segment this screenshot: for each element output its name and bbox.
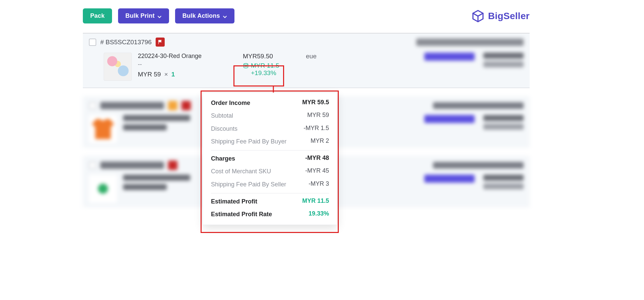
pack-label: Pack: [90, 12, 105, 19]
order-checkbox[interactable]: [89, 162, 96, 169]
flag-icon[interactable]: [156, 38, 165, 47]
discounts-label: Discounts: [211, 125, 237, 133]
est-profit-value: MYR 11.5: [302, 197, 329, 205]
brand-logo: BigSeller: [471, 9, 530, 23]
amount-column: MYR59.50 MYR 11.5 +19.33%: [243, 53, 300, 81]
charges-label: Charges: [211, 155, 235, 163]
income-label: Order Income: [211, 99, 250, 107]
order-right-meta: [424, 53, 524, 81]
chevron-down-icon: [223, 14, 227, 18]
bulk-actions-label: Bulk Actions: [182, 12, 220, 19]
header-meta: [416, 39, 524, 46]
bulk-print-button[interactable]: Bulk Print: [118, 8, 169, 23]
ship-buyer-value: MYR 2: [311, 137, 329, 145]
subtotal-label: Subtotal: [211, 112, 233, 120]
svg-point-0: [244, 63, 248, 65]
cost-sku-value: -MYR 45: [305, 167, 329, 175]
ship-seller-label: Shipping Fee Paid By Seller: [211, 180, 286, 188]
discounts-value: -MYR 1.5: [304, 125, 329, 133]
order-checkbox[interactable]: [89, 102, 96, 109]
est-profit-label: Estimated Profit: [211, 197, 257, 205]
order-body: 220224-30-Red Orange -- MYR 59 × 1 MYR59…: [83, 49, 530, 88]
income-value: MYR 59.5: [302, 99, 329, 107]
order-total: MYR59.50: [243, 53, 300, 60]
cost-sku-label: Cost of Merchant SKU: [211, 167, 271, 175]
toolbar: Pack Bulk Print Bulk Actions: [83, 8, 530, 23]
bulk-print-label: Bulk Print: [125, 12, 155, 19]
profit-rate: +19.33%: [251, 69, 300, 77]
multiply-symbol: ×: [164, 71, 168, 78]
profit-breakdown-tooltip: Order Income MYR 59.5 Subtotal MYR 59 Di…: [203, 93, 337, 225]
pack-button[interactable]: Pack: [83, 8, 112, 23]
buyer-name: eue: [306, 53, 360, 81]
order-header: # BS5SCZ013796: [83, 34, 530, 49]
product-name: 220224-30-Red Orange: [138, 53, 237, 60]
est-rate-label: Estimated Profit Rate: [211, 210, 272, 218]
coins-icon: [243, 63, 249, 69]
product-qty: 1: [171, 71, 175, 78]
order-card: # BS5SCZ013796 220224-30-Red Orange -- M…: [83, 34, 530, 89]
bulk-actions-button[interactable]: Bulk Actions: [175, 8, 234, 23]
chevron-down-icon: [157, 14, 162, 18]
order-checkbox[interactable]: [89, 39, 96, 46]
estimated-profit[interactable]: MYR 11.5: [243, 62, 300, 69]
brand-name: BigSeller: [488, 11, 530, 21]
cube-icon: [471, 9, 485, 23]
ship-buyer-label: Shipping Fee Paid By Buyer: [211, 137, 286, 145]
product-price: MYR 59 × 1: [138, 71, 237, 78]
subtotal-value: MYR 59: [307, 112, 329, 120]
order-number: # BS5SCZ013796: [100, 39, 152, 46]
charges-value: -MYR 48: [305, 155, 329, 163]
ship-seller-value: -MYR 3: [309, 180, 329, 188]
product-variant: --: [138, 61, 237, 68]
product-thumbnail[interactable]: [104, 53, 132, 81]
est-rate-value: 19.33%: [309, 210, 329, 218]
